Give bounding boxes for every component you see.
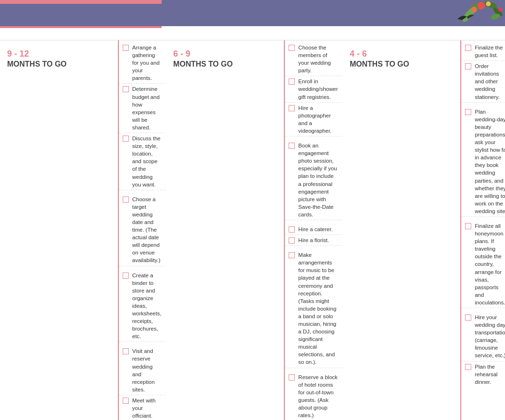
checklist-item: Discuss the size, style, location, and s… xyxy=(119,133,166,190)
svg-point-5 xyxy=(486,1,491,6)
section-number: 4 - 6 xyxy=(350,49,456,59)
subheader xyxy=(0,26,505,40)
checklist-item: Visit and reserve wedding and reception … xyxy=(119,346,166,395)
svg-point-4 xyxy=(477,2,485,10)
spacer-row xyxy=(285,220,342,224)
section-6-9: 6 - 9MONTHS TO GOChoose the members of y… xyxy=(166,40,342,420)
checklist-item: Arrange a gathering for you and your par… xyxy=(119,42,166,84)
checklist-item: Order invitations and other wedding stat… xyxy=(461,61,505,102)
main-content: 9 - 12MONTHS TO GOArrange a gathering fo… xyxy=(0,40,505,420)
spacer-row xyxy=(119,266,166,270)
item-text: Enroll in wedding/shower gift registries… xyxy=(298,78,338,100)
item-checkbox[interactable] xyxy=(289,374,295,381)
item-text: Order invitations and other wedding stat… xyxy=(475,62,505,100)
section-items-4-6: Finalize the guest list.Order invitation… xyxy=(461,40,505,420)
item-text: Determine budget and how expenses will b… xyxy=(132,85,161,131)
section-sidebar-9-12: 9 - 12MONTHS TO GO xyxy=(0,40,119,420)
item-text: Make arrangements for music to be played… xyxy=(298,251,338,366)
item-checkbox[interactable] xyxy=(123,86,129,92)
section-items-6-9: Choose the members of your wedding party… xyxy=(285,40,342,420)
item-text: Book an engagement photo session, especi… xyxy=(298,142,338,218)
item-text: Finalize all honeymoon plans. If traveli… xyxy=(475,222,505,306)
item-checkbox[interactable] xyxy=(465,63,471,69)
item-text: Discuss the size, style, location, and s… xyxy=(132,135,161,188)
checklist-item: Finalize all honeymoon plans. If traveli… xyxy=(461,221,505,308)
checklist-item: Hire a caterer. xyxy=(285,224,342,235)
item-checkbox[interactable] xyxy=(289,143,295,149)
spacer-row xyxy=(285,137,342,140)
header-accent xyxy=(0,0,162,4)
item-checkbox[interactable] xyxy=(123,45,129,51)
checklist-item: Choose a target wedding date and time. (… xyxy=(119,194,166,266)
floral-decoration xyxy=(429,0,505,26)
item-text: Hire a florist. xyxy=(298,236,338,244)
section-sidebar-4-6: 4 - 6MONTHS TO GO xyxy=(342,40,461,420)
spacer-row xyxy=(461,217,505,221)
item-checkbox[interactable] xyxy=(289,78,295,85)
section-label-6-9: 6 - 9MONTHS TO GO xyxy=(166,40,284,78)
section-items-9-12: Arrange a gathering for you and your par… xyxy=(119,40,166,420)
checklist-item: Choose the members of your wedding party… xyxy=(285,42,342,76)
header xyxy=(0,0,505,26)
section-label-4-6: 4 - 6MONTHS TO GO xyxy=(342,40,460,78)
item-text: Arrange a gathering for you and your par… xyxy=(132,44,161,82)
checklist-item: Create a binder to store and organize id… xyxy=(119,270,166,342)
item-checkbox[interactable] xyxy=(465,45,471,51)
spacer-row xyxy=(285,246,342,250)
item-text: Plan wedding-day beauty preparations; as… xyxy=(475,108,505,215)
checklist-item: Plan the rehearsal dinner. xyxy=(461,361,505,387)
checklist-item: Plan wedding-day beauty preparations; as… xyxy=(461,107,505,217)
item-checkbox[interactable] xyxy=(289,252,295,258)
section-label-9-12: 9 - 12MONTHS TO GO xyxy=(0,40,118,78)
item-checkbox[interactable] xyxy=(123,273,129,279)
item-text: Hire your wedding day transportation (ca… xyxy=(475,313,505,360)
item-text: Plan the rehearsal dinner. xyxy=(475,363,505,386)
item-text: Visit and reserve wedding and reception … xyxy=(132,347,161,393)
item-checkbox[interactable] xyxy=(289,237,295,244)
item-text: Meet with your officiant. xyxy=(132,397,161,420)
checklist-item: Make arrangements for music to be played… xyxy=(285,250,342,368)
section-sidebar-6-9: 6 - 9MONTHS TO GO xyxy=(166,40,285,420)
spacer-row xyxy=(119,190,166,194)
svg-point-6 xyxy=(471,7,477,12)
item-text: Create a binder to store and organize id… xyxy=(132,272,161,341)
item-text: Finalize the guest list. xyxy=(475,44,505,59)
item-text: Choose a target wedding date and time. (… xyxy=(132,195,161,264)
item-checkbox[interactable] xyxy=(289,45,295,51)
item-checkbox[interactable] xyxy=(465,364,471,370)
spacer-row xyxy=(461,103,505,107)
section-number: 6 - 9 xyxy=(173,49,279,59)
item-checkbox[interactable] xyxy=(123,348,129,354)
item-text: Hire a photographer and a videographer. xyxy=(298,104,338,135)
checklist-item: Hire a florist. xyxy=(285,235,342,246)
section-months-label: MONTHS TO GO xyxy=(350,59,456,69)
item-checkbox[interactable] xyxy=(289,105,295,111)
item-checkbox[interactable] xyxy=(123,136,129,142)
checklist-item: Hire your wedding day transportation (ca… xyxy=(461,312,505,361)
item-checkbox[interactable] xyxy=(465,314,471,321)
checklist-item: Reserve a block of hotel rooms for out-o… xyxy=(285,372,342,420)
item-checkbox[interactable] xyxy=(465,223,471,229)
spacer-row xyxy=(285,368,342,372)
item-text: Hire a caterer. xyxy=(298,225,338,233)
item-checkbox[interactable] xyxy=(123,398,129,404)
section-months-label: MONTHS TO GO xyxy=(173,59,279,69)
checklist-item: Determine budget and how expenses will b… xyxy=(119,84,166,133)
section-number: 9 - 12 xyxy=(7,49,113,59)
svg-point-8 xyxy=(498,8,502,11)
checklist-item: Hire a photographer and a videographer. xyxy=(285,103,342,137)
item-text: Reserve a block of hotel rooms for out-o… xyxy=(298,373,338,420)
section-months-label: MONTHS TO GO xyxy=(7,59,113,69)
section-9-12: 9 - 12MONTHS TO GOArrange a gathering fo… xyxy=(0,40,166,420)
item-checkbox[interactable] xyxy=(123,196,129,203)
checklist-item: Finalize the guest list. xyxy=(461,42,505,61)
subheader-accent xyxy=(0,26,162,28)
item-checkbox[interactable] xyxy=(289,226,295,233)
section-4-6: 4 - 6MONTHS TO GOFinalize the guest list… xyxy=(342,40,505,420)
checklist-item: Book an engagement photo session, especi… xyxy=(285,140,342,220)
item-text: Choose the members of your wedding party… xyxy=(298,44,338,74)
spacer-row xyxy=(461,308,505,312)
item-checkbox[interactable] xyxy=(465,109,471,115)
checklist-item: Meet with your officiant. xyxy=(119,395,166,420)
spacer-row xyxy=(119,342,166,346)
